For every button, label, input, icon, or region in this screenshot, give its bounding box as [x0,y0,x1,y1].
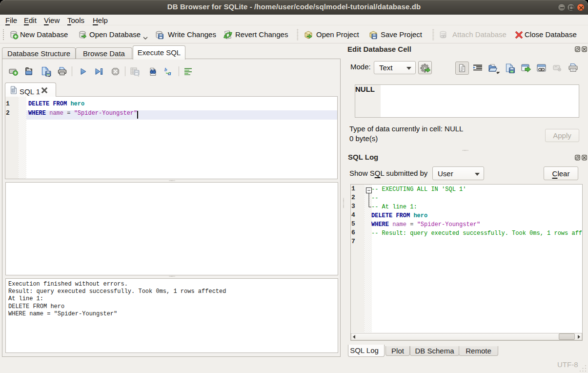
svg-text:b: b [164,67,167,72]
